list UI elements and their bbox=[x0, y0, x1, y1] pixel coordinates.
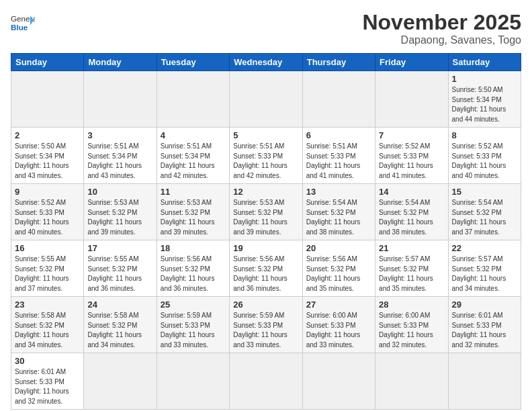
day-info: Sunrise: 5:55 AM Sunset: 5:32 PM Dayligh… bbox=[87, 255, 152, 293]
weekday-header: Tuesday bbox=[157, 54, 229, 71]
calendar-day-cell: 14Sunrise: 5:54 AM Sunset: 5:32 PM Dayli… bbox=[375, 184, 448, 240]
day-number: 22 bbox=[452, 243, 517, 253]
day-number: 4 bbox=[161, 130, 226, 140]
day-number: 18 bbox=[161, 243, 226, 253]
calendar-day-cell: 30Sunrise: 6:01 AM Sunset: 5:33 PM Dayli… bbox=[11, 353, 84, 410]
day-info: Sunrise: 5:56 AM Sunset: 5:32 PM Dayligh… bbox=[233, 255, 298, 293]
day-info: Sunrise: 5:55 AM Sunset: 5:32 PM Dayligh… bbox=[15, 255, 80, 293]
day-info: Sunrise: 5:57 AM Sunset: 5:32 PM Dayligh… bbox=[379, 255, 444, 293]
day-info: Sunrise: 5:51 AM Sunset: 5:33 PM Dayligh… bbox=[306, 142, 371, 181]
weekday-header: Friday bbox=[375, 54, 448, 71]
calendar-day-cell: 20Sunrise: 5:56 AM Sunset: 5:32 PM Dayli… bbox=[302, 240, 375, 297]
calendar-day-cell: 24Sunrise: 5:58 AM Sunset: 5:32 PM Dayli… bbox=[84, 297, 157, 353]
calendar-week-row: 16Sunrise: 5:55 AM Sunset: 5:32 PM Dayli… bbox=[11, 240, 521, 297]
day-info: Sunrise: 5:54 AM Sunset: 5:32 PM Dayligh… bbox=[452, 198, 517, 237]
calendar-day-cell bbox=[375, 71, 448, 128]
logo-icon: General Blue bbox=[11, 11, 35, 35]
calendar-day-cell: 15Sunrise: 5:54 AM Sunset: 5:32 PM Dayli… bbox=[448, 184, 521, 240]
day-number: 17 bbox=[87, 243, 152, 253]
day-info: Sunrise: 5:58 AM Sunset: 5:32 PM Dayligh… bbox=[87, 311, 152, 350]
calendar-day-cell: 3Sunrise: 5:51 AM Sunset: 5:34 PM Daylig… bbox=[84, 128, 157, 184]
calendar-day-cell bbox=[302, 71, 375, 128]
calendar-day-cell: 19Sunrise: 5:56 AM Sunset: 5:32 PM Dayli… bbox=[230, 240, 302, 297]
calendar-day-cell: 17Sunrise: 5:55 AM Sunset: 5:32 PM Dayli… bbox=[84, 240, 157, 297]
calendar-day-cell: 18Sunrise: 5:56 AM Sunset: 5:32 PM Dayli… bbox=[157, 240, 229, 297]
day-number: 28 bbox=[379, 300, 444, 310]
calendar-week-row: 9Sunrise: 5:52 AM Sunset: 5:33 PM Daylig… bbox=[11, 184, 521, 240]
calendar-day-cell: 21Sunrise: 5:57 AM Sunset: 5:32 PM Dayli… bbox=[375, 240, 448, 297]
calendar-header: SundayMondayTuesdayWednesdayThursdayFrid… bbox=[11, 54, 521, 71]
day-number: 29 bbox=[452, 300, 517, 310]
weekday-row: SundayMondayTuesdayWednesdayThursdayFrid… bbox=[11, 54, 521, 71]
day-number: 1 bbox=[452, 74, 517, 84]
day-number: 13 bbox=[306, 187, 371, 197]
calendar-day-cell: 27Sunrise: 6:00 AM Sunset: 5:33 PM Dayli… bbox=[302, 297, 375, 353]
title-block: November 2025 Dapaong, Savanes, Togo bbox=[362, 11, 521, 46]
svg-text:Blue: Blue bbox=[11, 23, 28, 32]
calendar-day-cell: 2Sunrise: 5:50 AM Sunset: 5:34 PM Daylig… bbox=[11, 128, 84, 184]
calendar-day-cell: 29Sunrise: 6:01 AM Sunset: 5:33 PM Dayli… bbox=[448, 297, 521, 353]
weekday-header: Monday bbox=[84, 54, 157, 71]
day-number: 26 bbox=[233, 300, 298, 310]
month-title: November 2025 bbox=[362, 11, 521, 34]
day-number: 2 bbox=[15, 130, 80, 140]
calendar-day-cell: 9Sunrise: 5:52 AM Sunset: 5:33 PM Daylig… bbox=[11, 184, 84, 240]
day-info: Sunrise: 5:52 AM Sunset: 5:33 PM Dayligh… bbox=[15, 198, 80, 237]
day-number: 10 bbox=[87, 187, 152, 197]
calendar-week-row: 2Sunrise: 5:50 AM Sunset: 5:34 PM Daylig… bbox=[11, 128, 521, 184]
day-info: Sunrise: 5:53 AM Sunset: 5:32 PM Dayligh… bbox=[161, 198, 226, 237]
day-number: 27 bbox=[306, 300, 371, 310]
day-number: 19 bbox=[233, 243, 298, 253]
calendar-day-cell: 28Sunrise: 6:00 AM Sunset: 5:33 PM Dayli… bbox=[375, 297, 448, 353]
calendar-day-cell bbox=[11, 71, 84, 128]
day-info: Sunrise: 5:52 AM Sunset: 5:33 PM Dayligh… bbox=[452, 142, 517, 181]
day-info: Sunrise: 5:59 AM Sunset: 5:33 PM Dayligh… bbox=[161, 311, 226, 350]
day-number: 8 bbox=[452, 130, 517, 140]
calendar-day-cell bbox=[230, 353, 302, 410]
day-number: 6 bbox=[306, 130, 371, 140]
page-header: General Blue November 2025 Dapaong, Sava… bbox=[11, 11, 521, 46]
calendar-week-row: 1Sunrise: 5:50 AM Sunset: 5:34 PM Daylig… bbox=[11, 71, 521, 128]
day-info: Sunrise: 5:56 AM Sunset: 5:32 PM Dayligh… bbox=[306, 255, 371, 293]
calendar-day-cell: 8Sunrise: 5:52 AM Sunset: 5:33 PM Daylig… bbox=[448, 128, 521, 184]
calendar-day-cell bbox=[230, 71, 302, 128]
day-info: Sunrise: 5:51 AM Sunset: 5:33 PM Dayligh… bbox=[233, 142, 298, 181]
day-info: Sunrise: 5:59 AM Sunset: 5:33 PM Dayligh… bbox=[233, 311, 298, 350]
day-number: 14 bbox=[379, 187, 444, 197]
day-info: Sunrise: 6:00 AM Sunset: 5:33 PM Dayligh… bbox=[379, 311, 444, 350]
calendar-day-cell: 22Sunrise: 5:57 AM Sunset: 5:32 PM Dayli… bbox=[448, 240, 521, 297]
calendar-day-cell bbox=[84, 353, 157, 410]
day-info: Sunrise: 5:53 AM Sunset: 5:32 PM Dayligh… bbox=[233, 198, 298, 237]
calendar-day-cell: 13Sunrise: 5:54 AM Sunset: 5:32 PM Dayli… bbox=[302, 184, 375, 240]
day-number: 25 bbox=[161, 300, 226, 310]
day-info: Sunrise: 5:52 AM Sunset: 5:33 PM Dayligh… bbox=[379, 142, 444, 181]
calendar-day-cell: 1Sunrise: 5:50 AM Sunset: 5:34 PM Daylig… bbox=[448, 71, 521, 128]
day-info: Sunrise: 5:54 AM Sunset: 5:32 PM Dayligh… bbox=[306, 198, 371, 237]
day-number: 15 bbox=[452, 187, 517, 197]
day-info: Sunrise: 6:01 AM Sunset: 5:33 PM Dayligh… bbox=[452, 311, 517, 350]
calendar-day-cell: 26Sunrise: 5:59 AM Sunset: 5:33 PM Dayli… bbox=[230, 297, 302, 353]
day-info: Sunrise: 5:58 AM Sunset: 5:32 PM Dayligh… bbox=[15, 311, 80, 350]
calendar-day-cell bbox=[448, 353, 521, 410]
calendar-day-cell: 16Sunrise: 5:55 AM Sunset: 5:32 PM Dayli… bbox=[11, 240, 84, 297]
weekday-header: Sunday bbox=[11, 54, 84, 71]
calendar-day-cell bbox=[157, 353, 229, 410]
logo: General Blue bbox=[11, 11, 35, 35]
weekday-header: Thursday bbox=[302, 54, 375, 71]
calendar-day-cell: 7Sunrise: 5:52 AM Sunset: 5:33 PM Daylig… bbox=[375, 128, 448, 184]
day-info: Sunrise: 6:00 AM Sunset: 5:33 PM Dayligh… bbox=[306, 311, 371, 350]
weekday-header: Saturday bbox=[448, 54, 521, 71]
day-number: 3 bbox=[87, 130, 152, 140]
calendar-body: 1Sunrise: 5:50 AM Sunset: 5:34 PM Daylig… bbox=[11, 71, 521, 410]
calendar-week-row: 30Sunrise: 6:01 AM Sunset: 5:33 PM Dayli… bbox=[11, 353, 521, 410]
day-number: 24 bbox=[87, 300, 152, 310]
calendar-week-row: 23Sunrise: 5:58 AM Sunset: 5:32 PM Dayli… bbox=[11, 297, 521, 353]
day-info: Sunrise: 5:57 AM Sunset: 5:32 PM Dayligh… bbox=[452, 255, 517, 293]
day-number: 5 bbox=[233, 130, 298, 140]
day-info: Sunrise: 5:54 AM Sunset: 5:32 PM Dayligh… bbox=[379, 198, 444, 237]
calendar-day-cell: 25Sunrise: 5:59 AM Sunset: 5:33 PM Dayli… bbox=[157, 297, 229, 353]
calendar-day-cell: 10Sunrise: 5:53 AM Sunset: 5:32 PM Dayli… bbox=[84, 184, 157, 240]
day-number: 7 bbox=[379, 130, 444, 140]
calendar-day-cell bbox=[375, 353, 448, 410]
day-info: Sunrise: 5:50 AM Sunset: 5:34 PM Dayligh… bbox=[452, 85, 517, 124]
